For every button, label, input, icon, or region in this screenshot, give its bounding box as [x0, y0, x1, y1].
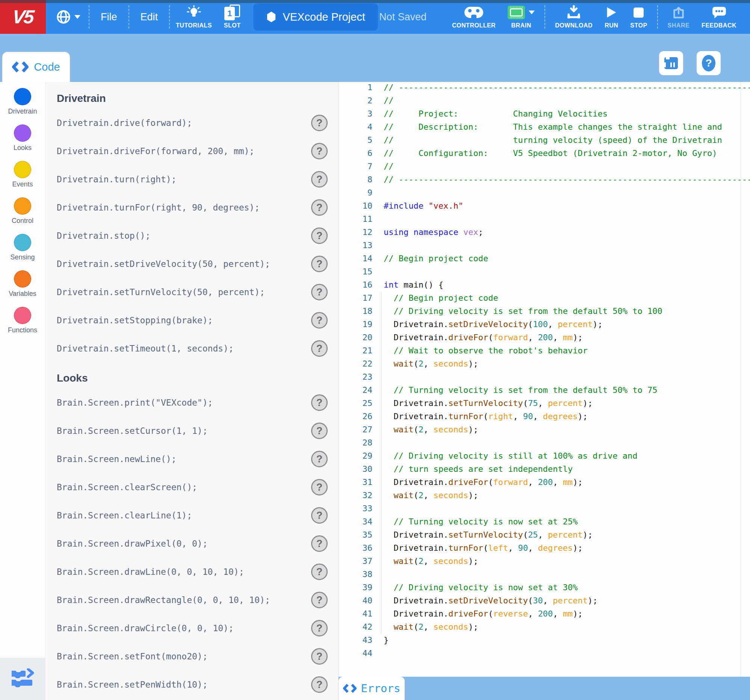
editor-line[interactable]: 12using namespace vex; — [338, 226, 750, 239]
palette-command-text[interactable]: Drivetrain.driveFor(forward, 200, mm); — [57, 146, 254, 156]
editor-line[interactable]: 35 Drivetrain.setTurnVelocity(25, percen… — [338, 528, 750, 542]
palette-command-row[interactable]: Drivetrain.drive(forward);? — [46, 114, 338, 132]
editor-line[interactable]: 30 // turn speeds are set independently — [338, 462, 750, 475]
code-line[interactable]: // Begin project code — [384, 291, 498, 305]
editor-line[interactable]: 24 // Turning velocity is set from the d… — [338, 383, 750, 397]
switch-to-blocks-button[interactable] — [0, 658, 45, 700]
category-circle-icon[interactable] — [14, 234, 31, 251]
sidebar-item-functions[interactable]: Functions — [0, 307, 45, 343]
command-help-button[interactable]: ? — [311, 563, 328, 580]
code-line[interactable]: // — [384, 94, 394, 107]
palette-command-row[interactable]: Brain.Screen.setFont(mono20);? — [46, 648, 338, 665]
editor-line[interactable]: 11 — [338, 212, 750, 226]
editor-line[interactable]: 33 — [338, 502, 750, 515]
code-line[interactable]: // -------------------------------------… — [384, 173, 750, 186]
code-line[interactable]: Drivetrain.setDriveVelocity(30, percent)… — [384, 594, 598, 607]
command-help-button[interactable]: ? — [311, 284, 328, 300]
editor-line[interactable]: 32 wait(2, seconds); — [338, 489, 750, 502]
category-circle-icon[interactable] — [14, 161, 31, 178]
palette-command-row[interactable]: Drivetrain.setDriveVelocity(50, percent)… — [46, 255, 338, 273]
editor-line[interactable]: 9 — [338, 186, 750, 199]
editor-line[interactable]: 44 — [338, 647, 750, 660]
editor-line[interactable]: 20 Drivetrain.driveFor(forward, 200, mm)… — [338, 331, 750, 344]
code-line[interactable]: // turn speeds are set independently — [384, 462, 573, 475]
editor-line[interactable]: 7// — [338, 160, 750, 173]
code-line[interactable]: Drivetrain.driveFor(forward, 200, mm); — [384, 475, 583, 489]
category-circle-icon[interactable] — [14, 125, 31, 142]
command-help-button[interactable]: ? — [311, 535, 328, 552]
command-help-button[interactable]: ? — [311, 171, 328, 188]
command-help-button[interactable]: ? — [311, 143, 328, 159]
code-line[interactable]: Drivetrain.turnFor(left, 90, degrees); — [384, 542, 583, 554]
code-line[interactable]: wait(2, seconds); — [384, 357, 478, 370]
palette-command-text[interactable]: Brain.Screen.clearLine(1); — [57, 511, 192, 520]
palette-command-row[interactable]: Brain.Screen.setCursor(1, 1);? — [46, 422, 338, 440]
palette-command-text[interactable]: Drivetrain.turn(right); — [57, 174, 177, 184]
palette-command-text[interactable]: Brain.Screen.drawLine(0, 0, 10, 10); — [57, 567, 244, 577]
palette-command-row[interactable]: Drivetrain.stop();? — [46, 227, 338, 245]
code-line[interactable]: // Driving velocity is still at 100% as … — [384, 449, 638, 462]
command-help-button[interactable]: ? — [311, 255, 328, 272]
palette-command-row[interactable]: Brain.Screen.drawPixel(0, 0);? — [46, 535, 338, 552]
code-line[interactable]: #include "vex.h" — [384, 199, 463, 212]
tab-errors[interactable]: Errors — [338, 677, 405, 700]
code-line[interactable]: } — [384, 634, 389, 647]
code-editor[interactable]: 1// ------------------------------------… — [338, 82, 750, 700]
file-menu[interactable]: File — [89, 0, 129, 34]
device-info-button[interactable] — [659, 51, 683, 75]
palette-command-text[interactable]: Drivetrain.drive(forward); — [57, 118, 192, 128]
editor-line[interactable]: 23 — [338, 370, 750, 383]
palette-command-text[interactable]: Brain.Screen.drawCircle(0, 0, 10); — [57, 623, 234, 633]
code-line[interactable]: wait(2, seconds); — [384, 489, 478, 502]
palette-command-row[interactable]: Drivetrain.setStopping(brake);? — [46, 311, 338, 329]
editor-line[interactable]: 37 wait(2, seconds); — [338, 554, 750, 568]
project-name-button[interactable]: VEXcode Project — [253, 3, 378, 31]
palette-command-text[interactable]: Drivetrain.stop(); — [57, 231, 150, 241]
editor-line[interactable]: 28 — [338, 436, 750, 449]
code-line[interactable]: // turning velocity (speed) of the Drive… — [384, 134, 722, 147]
command-help-button[interactable]: ? — [311, 507, 328, 524]
editor-line[interactable]: 10#include "vex.h" — [338, 199, 750, 212]
code-line[interactable]: Drivetrain.turnFor(right, 90, degrees); — [384, 410, 588, 423]
palette-command-text[interactable]: Drivetrain.turnFor(right, 90, degrees); — [57, 203, 260, 212]
command-help-button[interactable]: ? — [311, 423, 328, 439]
category-circle-icon[interactable] — [14, 197, 31, 215]
tutorials-button[interactable]: TUTORIALS — [170, 0, 218, 34]
slot-button[interactable]: 1 SLOT — [218, 0, 247, 34]
command-help-button[interactable]: ? — [311, 676, 328, 693]
editor-line[interactable]: 4// Description: This example changes th… — [338, 120, 750, 134]
code-line[interactable]: // Description: This example changes the… — [384, 120, 722, 134]
command-help-button[interactable]: ? — [311, 479, 328, 495]
controller-button[interactable]: CONTROLLER — [446, 0, 502, 34]
palette-command-row[interactable]: Brain.Screen.drawCircle(0, 0, 10);? — [46, 619, 338, 637]
editor-line[interactable]: 39 // Driving velocity is now set at 30% — [338, 581, 750, 594]
run-button[interactable]: RUN — [599, 0, 624, 34]
editor-line[interactable]: 17 // Begin project code — [338, 291, 750, 305]
palette-command-text[interactable]: Brain.Screen.setCursor(1, 1); — [57, 426, 208, 436]
palette-command-text[interactable]: Brain.Screen.print("VEXcode"); — [57, 398, 213, 408]
code-line[interactable]: wait(2, seconds); — [384, 423, 478, 436]
editor-line[interactable]: 42 wait(2, seconds); — [338, 620, 750, 634]
command-help-button[interactable]: ? — [311, 115, 328, 131]
feedback-button[interactable]: FEEDBACK — [696, 0, 742, 34]
code-line[interactable]: wait(2, seconds); — [384, 554, 478, 568]
code-line[interactable]: Drivetrain.setTurnVelocity(75, percent); — [384, 397, 593, 410]
share-button[interactable]: SHARE — [662, 0, 696, 34]
palette-command-row[interactable]: Brain.Screen.newLine();? — [46, 450, 338, 468]
editor-line[interactable]: 34 // Turning velocity is now set at 25% — [338, 515, 750, 528]
code-line[interactable]: // Project: Changing Velocities — [384, 107, 608, 120]
sidebar-item-events[interactable]: Events — [0, 161, 45, 197]
editor-line[interactable]: 27 wait(2, seconds); — [338, 423, 750, 436]
palette-command-text[interactable]: Drivetrain.setStopping(brake); — [57, 315, 213, 325]
editor-line[interactable]: 1// ------------------------------------… — [338, 82, 750, 94]
editor-line[interactable]: 26 Drivetrain.turnFor(right, 90, degrees… — [338, 410, 750, 423]
command-help-button[interactable]: ? — [311, 620, 328, 637]
palette-command-row[interactable]: Drivetrain.setTurnVelocity(50, percent);… — [46, 283, 338, 301]
palette-command-row[interactable]: Drivetrain.setTimeout(1, seconds);? — [46, 340, 338, 357]
editor-line[interactable]: 31 Drivetrain.driveFor(forward, 200, mm)… — [338, 475, 750, 489]
command-help-button[interactable]: ? — [311, 592, 328, 608]
tab-code[interactable]: Code — [2, 52, 70, 82]
sidebar-item-variables[interactable]: Variables — [0, 270, 45, 307]
editor-line[interactable]: 21 // Wait to observe the robot's behavi… — [338, 344, 750, 357]
editor-line[interactable]: 14// Begin project code — [338, 252, 750, 265]
